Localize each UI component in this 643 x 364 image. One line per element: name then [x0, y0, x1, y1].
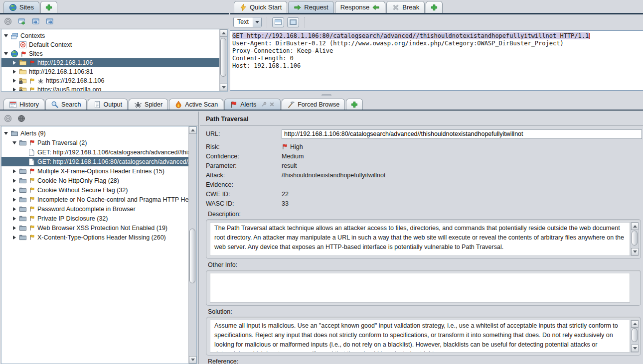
sites-tree-row[interactable]: Sites: [1, 49, 219, 58]
alerts-tree-row[interactable]: GET: http://192.168.1.106:80/catalogsear…: [1, 157, 188, 166]
field-row-parameter: Parameter:result: [206, 161, 643, 170]
x-gray-icon: [392, 3, 400, 11]
expand-arrow-icon[interactable]: [12, 88, 17, 91]
tab-history[interactable]: History: [3, 99, 44, 110]
scroll-up-button[interactable]: [631, 223, 639, 230]
solution-scrollbar[interactable]: [631, 320, 639, 353]
tab-break[interactable]: Break: [386, 1, 425, 13]
scroll-down-button[interactable]: [189, 356, 196, 364]
alerts-globe-button[interactable]: [16, 114, 26, 123]
alerts-tree-row[interactable]: Cookie Without Secure Flag (32): [1, 185, 188, 195]
close-icon[interactable]: [269, 101, 275, 108]
alerts-tree-row[interactable]: Path Traversal (2): [1, 138, 188, 147]
tab-request[interactable]: Request: [288, 1, 333, 13]
expand-arrow-icon[interactable]: [12, 188, 17, 192]
scroll-down-button[interactable]: [220, 84, 227, 91]
description-scrollbar[interactable]: [631, 222, 639, 256]
pin-icon[interactable]: [261, 101, 267, 108]
alerts-tree-row[interactable]: Incomplete or No Cache-control and Pragm…: [1, 195, 188, 204]
expand-arrow-icon[interactable]: [12, 236, 17, 240]
scroll-down-button[interactable]: [631, 248, 639, 255]
alerts-tree-row[interactable]: Alerts (9): [1, 128, 188, 138]
alerts-tree-row[interactable]: Private IP Disclosure (32): [1, 214, 188, 223]
expand-arrow-icon[interactable]: [12, 79, 17, 83]
full-view-button[interactable]: [287, 17, 299, 27]
alert-fields: URL:Risk:HighConfidence:MediumParameter:…: [206, 129, 643, 208]
tab-search[interactable]: Search: [45, 99, 87, 110]
scroll-up-button[interactable]: [189, 126, 196, 134]
tab-history-label: History: [19, 101, 39, 108]
chevron-down-icon[interactable]: [253, 17, 261, 27]
collapse-arrow-icon[interactable]: [12, 141, 17, 144]
splitter-grip[interactable]: [322, 94, 331, 96]
description-label: Description:: [208, 211, 643, 218]
plus-icon: [350, 101, 358, 109]
sites-tree-scrollbar[interactable]: [219, 29, 227, 91]
sites-tree-row[interactable]: http://192.168.1.106:81: [1, 67, 219, 76]
scroll-thumb[interactable]: [632, 328, 638, 342]
collapse-arrow-icon[interactable]: [3, 132, 8, 135]
expand-arrow-icon[interactable]: [12, 61, 17, 65]
expand-arrow-icon[interactable]: [12, 217, 17, 221]
alerts-tree-row[interactable]: Cookie No HttpOnly Flag (28): [1, 176, 188, 185]
tab-quick-start[interactable]: Quick Start: [234, 1, 287, 13]
description-text[interactable]: The Path Traversal attack technique allo…: [210, 222, 630, 256]
tab-forced-browse[interactable]: Forced Browse: [282, 99, 345, 110]
new-context-button[interactable]: [17, 17, 27, 26]
scroll-thumb[interactable]: [220, 38, 226, 77]
field-row-risk: Risk:High: [206, 142, 643, 151]
tab-response[interactable]: Response: [335, 1, 386, 13]
alerts-tree-row[interactable]: X-Content-Type-Options Header Missing (2…: [1, 233, 188, 242]
alerts-tree-row[interactable]: Multiple X-Frame-Options Header Entries …: [1, 166, 188, 176]
alerts-tree-row[interactable]: Web Browser XSS Protection Not Enabled (…: [1, 223, 188, 233]
expand-arrow-icon[interactable]: [12, 226, 17, 230]
scroll-thumb[interactable]: [189, 229, 195, 283]
tab-active-scan[interactable]: Active Scan: [169, 99, 223, 110]
alerts-scope-button[interactable]: [3, 114, 12, 123]
sites-tree-row[interactable]: Default Context: [1, 40, 219, 49]
add-tab-button[interactable]: [346, 99, 363, 110]
alerts-panel: Alerts (9)Path Traversal (2)GET: http://…: [0, 112, 199, 364]
tab-spider-label: Spider: [145, 101, 162, 108]
view-select[interactable]: Text: [233, 17, 262, 27]
split-view-button[interactable]: [272, 17, 284, 27]
export-context-button[interactable]: [45, 17, 55, 26]
tab-forced-browse-label: Forced Browse: [298, 101, 339, 108]
solution-text[interactable]: Assume all input is malicious. Use an "a…: [210, 320, 630, 353]
sites-tree-row[interactable]: https://192.168.1.106: [1, 76, 219, 85]
tab-output[interactable]: Output: [88, 99, 128, 110]
tab-alerts[interactable]: Alerts: [224, 99, 281, 110]
scroll-up-button[interactable]: [631, 320, 639, 328]
sites-tree-row-label: Sites: [29, 50, 46, 57]
scroll-down-button[interactable]: [631, 345, 639, 352]
add-tab-button[interactable]: [426, 1, 443, 13]
expand-arrow-icon[interactable]: [12, 198, 17, 202]
scroll-thumb[interactable]: [632, 231, 638, 245]
expand-arrow-icon[interactable]: [12, 169, 17, 173]
alerts-tree-row[interactable]: Password Autocomplete in Browser: [1, 204, 188, 214]
collapse-arrow-icon[interactable]: [3, 52, 8, 55]
target-scope-button[interactable]: [3, 17, 13, 26]
sites-tree-row[interactable]: https://aus5.mozilla.org: [1, 85, 219, 91]
alerts-tree-row[interactable]: GET: http://192.168.1.106/catalogsearch/…: [1, 147, 188, 157]
import-context-button[interactable]: [31, 17, 41, 26]
alerts-tree-row-label: GET: http://192.168.1.106/catalogsearch/…: [37, 149, 188, 156]
alerts-tree-container: Alerts (9)Path Traversal (2)GET: http://…: [1, 126, 197, 364]
import-context-icon: [32, 17, 40, 25]
sites-tree-row[interactable]: http://192.168.1.106: [1, 58, 219, 67]
add-sites-tab-button[interactable]: [40, 1, 57, 13]
other-info-text[interactable]: [210, 273, 630, 303]
url-field[interactable]: [282, 129, 642, 139]
expand-arrow-icon[interactable]: [12, 207, 17, 211]
expand-arrow-icon[interactable]: [12, 70, 17, 74]
tab-sites[interactable]: Sites: [3, 1, 39, 13]
scroll-up-button[interactable]: [220, 29, 227, 37]
horizontal-splitter[interactable]: [0, 93, 643, 98]
expand-arrow-icon[interactable]: [12, 179, 17, 183]
sites-tree-row[interactable]: Contexts: [1, 31, 219, 40]
request-editor[interactable]: GET http://192.168.1.106:80/catalogsearc…: [230, 30, 643, 91]
collapse-arrow-icon[interactable]: [3, 34, 8, 37]
tab-spider[interactable]: Spider: [129, 99, 168, 110]
alerts-tree-row-label: Private IP Disclosure (32): [37, 215, 111, 222]
alerts-tree-scrollbar[interactable]: [188, 126, 196, 364]
